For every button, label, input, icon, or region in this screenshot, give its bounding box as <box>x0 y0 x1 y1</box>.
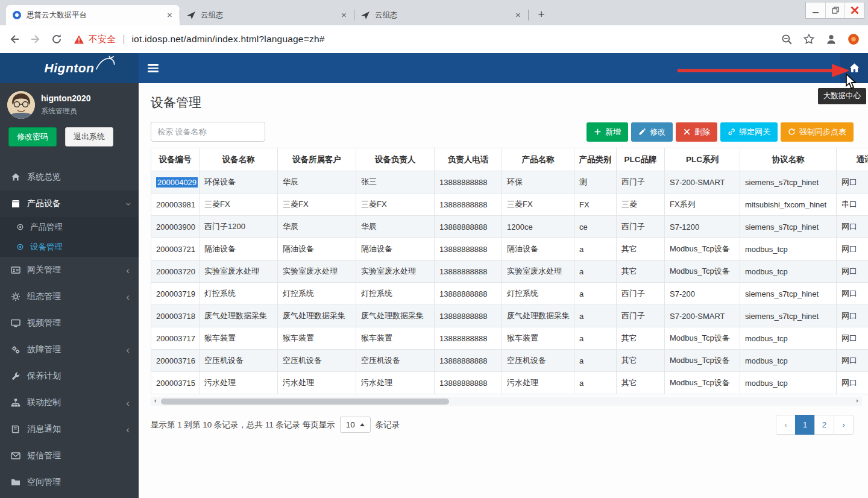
table-cell[interactable]: Modbus_Tcp设备 <box>665 350 740 372</box>
table-cell[interactable]: 13888888888 <box>435 216 502 238</box>
table-cell[interactable]: a <box>574 283 617 305</box>
table-cell[interactable]: 200004029 <box>151 171 200 194</box>
table-cell[interactable]: 三菱FX <box>356 194 435 216</box>
tab-close-icon[interactable]: × <box>339 10 349 20</box>
table-row[interactable]: 200003721隔油设备隔油设备隔油设备13888888888隔油设备a其它M… <box>151 238 868 260</box>
column-header[interactable]: 设备负责人 <box>356 148 435 171</box>
table-cell[interactable]: 13888888888 <box>435 372 502 394</box>
table-cell[interactable]: 网口 <box>837 372 868 394</box>
table-cell[interactable]: 13888888888 <box>435 305 502 327</box>
table-cell[interactable]: 三菱 <box>617 194 665 216</box>
table-cell[interactable]: Modbus_Tcp设备 <box>665 260 740 283</box>
column-header[interactable]: 设备名称 <box>200 148 278 171</box>
table-cell[interactable]: 三菱FX <box>200 194 278 216</box>
table-cell[interactable]: 空压机设备 <box>356 350 435 372</box>
table-cell[interactable]: 网口 <box>837 260 868 283</box>
table-cell[interactable]: 空压机设备 <box>278 350 356 372</box>
table-cell[interactable]: S7-200-SMART <box>665 305 740 327</box>
prev-page-button[interactable]: ‹ <box>776 415 796 435</box>
column-header[interactable]: PLC系列 <box>665 148 740 171</box>
table-cell[interactable]: 200003717 <box>151 327 200 350</box>
table-cell[interactable]: FX系列 <box>665 194 740 216</box>
table-cell[interactable]: 网口 <box>837 350 868 372</box>
table-cell[interactable]: modbus_tcp <box>740 372 837 394</box>
restore-button[interactable] <box>825 2 844 18</box>
table-cell[interactable]: 隔油设备 <box>278 238 356 260</box>
page-size-dropdown[interactable]: 10 <box>340 417 371 433</box>
table-cell[interactable]: siemens_s7tcp_hinet <box>740 305 837 327</box>
table-cell[interactable]: 空压机设备 <box>200 350 278 372</box>
table-cell[interactable]: 13888888888 <box>435 238 502 260</box>
table-cell[interactable]: 灯控系统 <box>200 283 278 305</box>
tab-close-icon[interactable]: × <box>513 10 523 20</box>
table-cell[interactable]: 隔油设备 <box>200 238 278 260</box>
table-cell[interactable]: Modbus_Tcp设备 <box>665 327 740 350</box>
table-row[interactable]: 200003720实验室废水处理实验室废水处理实验室废水处理1388888888… <box>151 260 868 283</box>
table-cell[interactable]: siemens_s7tcp_hinet <box>740 216 837 238</box>
table-row[interactable]: 200003715污水处理污水处理污水处理13888888888污水处理a其它M… <box>151 372 868 394</box>
browser-tab-2[interactable]: 云组态 × <box>180 5 354 25</box>
table-cell[interactable]: 华辰 <box>278 171 356 194</box>
sidebar-item[interactable]: 故障管理‹ <box>0 336 139 363</box>
table-cell[interactable]: 隔油设备 <box>502 238 574 260</box>
table-cell[interactable]: 空压机设备 <box>502 350 574 372</box>
table-cell[interactable]: modbus_tcp <box>740 327 837 350</box>
scroll-right-arrow[interactable] <box>853 397 862 406</box>
table-cell[interactable]: FX <box>574 194 617 216</box>
sidebar-item[interactable]: 系统总览 <box>0 164 139 191</box>
table-cell[interactable]: 实验室废水处理 <box>502 260 574 283</box>
back-icon[interactable] <box>8 33 20 45</box>
table-row[interactable]: 200003981三菱FX三菱FX三菱FX13888888888三菱FXFX三菱… <box>151 194 868 216</box>
zoom-icon[interactable] <box>781 33 793 45</box>
sidebar-subitem[interactable]: 设备管理 <box>0 237 139 257</box>
table-cell[interactable]: 污水处理 <box>200 372 278 394</box>
table-cell[interactable]: 13888888888 <box>435 350 502 372</box>
table-cell[interactable]: 张三 <box>356 171 435 194</box>
scrollbar-thumb[interactable] <box>161 399 449 405</box>
table-cell[interactable]: a <box>574 350 617 372</box>
column-header[interactable]: 设备编号 <box>151 148 200 171</box>
sidebar-item[interactable]: 短信管理 <box>0 443 139 469</box>
table-cell[interactable]: modbus_tcp <box>740 260 837 283</box>
next-page-button[interactable]: › <box>834 415 854 435</box>
table-row[interactable]: 200004029环保设备华辰张三13888888888环保测西门子S7-200… <box>151 171 868 194</box>
table-cell[interactable]: 环保 <box>502 171 574 194</box>
table-cell[interactable]: 废气处理数据采集 <box>502 305 574 327</box>
tab-close-icon[interactable]: × <box>165 10 175 20</box>
reload-icon[interactable] <box>51 33 63 45</box>
table-cell[interactable]: 其它 <box>617 238 665 260</box>
table-cell[interactable]: a <box>574 327 617 350</box>
column-header[interactable]: PLC品牌 <box>617 148 665 171</box>
table-cell[interactable]: 西门子 <box>617 283 665 305</box>
table-cell[interactable]: 其它 <box>617 327 665 350</box>
page-button[interactable]: 2 <box>814 415 834 435</box>
table-cell[interactable]: 污水处理 <box>502 372 574 394</box>
table-cell[interactable]: 200003719 <box>151 283 200 305</box>
sidebar-item[interactable]: 联动控制‹ <box>0 389 139 416</box>
bookmark-star-icon[interactable] <box>803 33 815 45</box>
table-cell[interactable]: 实验室废水处理 <box>278 260 356 283</box>
table-cell[interactable]: 三菱FX <box>502 194 574 216</box>
table-row[interactable]: 200003716空压机设备空压机设备空压机设备13888888888空压机设备… <box>151 350 868 372</box>
table-cell[interactable]: siemens_s7tcp_hinet <box>740 171 837 194</box>
add-button[interactable]: 新增 <box>587 122 628 142</box>
table-cell[interactable]: 200003716 <box>151 350 200 372</box>
table-cell[interactable]: 其它 <box>617 372 665 394</box>
column-header[interactable]: 协议名称 <box>740 148 837 171</box>
table-cell[interactable]: 华辰 <box>278 216 356 238</box>
table-cell[interactable]: S7-200-SMART <box>665 171 740 194</box>
table-cell[interactable]: 华辰 <box>356 216 435 238</box>
change-password-button[interactable]: 修改密码 <box>8 127 57 147</box>
table-cell[interactable]: 隔油设备 <box>356 238 435 260</box>
table-cell[interactable]: 西门子1200 <box>200 216 278 238</box>
column-header[interactable]: 设备所属客户 <box>278 148 356 171</box>
column-header[interactable]: 负责人电话 <box>435 148 502 171</box>
table-cell[interactable]: 网口 <box>837 171 868 194</box>
table-row[interactable]: 200003718废气处理数据采集废气处理数据采集废气处理数据采集1388888… <box>151 305 868 327</box>
new-tab-button[interactable]: + <box>533 7 549 22</box>
table-cell[interactable]: siemens_s7tcp_hinet <box>740 283 837 305</box>
column-header[interactable]: 产品类别 <box>574 148 617 171</box>
table-cell[interactable]: S7-1200 <box>665 216 740 238</box>
table-cell[interactable]: 其它 <box>617 350 665 372</box>
table-cell[interactable]: 200003900 <box>151 216 200 238</box>
